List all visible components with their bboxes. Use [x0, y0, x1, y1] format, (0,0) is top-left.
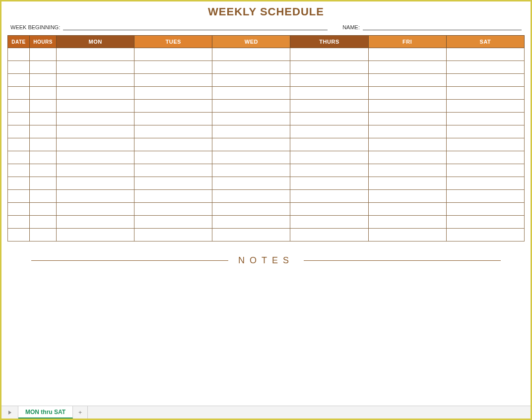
cell-date[interactable] — [8, 61, 30, 74]
cell-date[interactable] — [8, 203, 30, 216]
cell-sat[interactable] — [446, 87, 524, 100]
cell-mon[interactable] — [57, 74, 134, 87]
cell-sat[interactable] — [446, 229, 524, 241]
cell-hours[interactable] — [30, 190, 57, 203]
cell-wed[interactable] — [212, 87, 290, 100]
cell-tues[interactable] — [134, 216, 212, 229]
cell-tues[interactable] — [134, 164, 212, 177]
cell-mon[interactable] — [57, 190, 134, 203]
cell-hours[interactable] — [30, 61, 57, 74]
cell-wed[interactable] — [212, 151, 290, 164]
cell-sat[interactable] — [446, 216, 524, 229]
cell-wed[interactable] — [212, 203, 290, 216]
cell-hours[interactable] — [30, 164, 57, 177]
cell-sat[interactable] — [446, 100, 524, 113]
cell-sat[interactable] — [446, 203, 524, 216]
cell-date[interactable] — [8, 190, 30, 203]
cell-wed[interactable] — [212, 125, 290, 138]
cell-wed[interactable] — [212, 48, 290, 61]
cell-mon[interactable] — [57, 87, 134, 100]
cell-date[interactable] — [8, 87, 30, 100]
cell-tues[interactable] — [134, 48, 212, 61]
cell-mon[interactable] — [57, 164, 134, 177]
cell-hours[interactable] — [30, 138, 57, 151]
cell-wed[interactable] — [212, 61, 290, 74]
cell-mon[interactable] — [57, 138, 134, 151]
cell-wed[interactable] — [212, 113, 290, 125]
cell-tues[interactable] — [134, 125, 212, 138]
cell-date[interactable] — [8, 100, 30, 113]
cell-tues[interactable] — [134, 113, 212, 125]
cell-sat[interactable] — [446, 138, 524, 151]
cell-thurs[interactable] — [290, 216, 368, 229]
cell-thurs[interactable] — [290, 74, 368, 87]
cell-fri[interactable] — [368, 203, 446, 216]
cell-hours[interactable] — [30, 113, 57, 125]
cell-hours[interactable] — [30, 48, 57, 61]
cell-sat[interactable] — [446, 74, 524, 87]
cell-date[interactable] — [8, 216, 30, 229]
cell-mon[interactable] — [57, 48, 134, 61]
add-sheet-button[interactable]: + — [73, 406, 88, 419]
cell-tues[interactable] — [134, 177, 212, 190]
cell-date[interactable] — [8, 151, 30, 164]
cell-thurs[interactable] — [290, 87, 368, 100]
cell-thurs[interactable] — [290, 61, 368, 74]
cell-wed[interactable] — [212, 229, 290, 241]
cell-thurs[interactable] — [290, 164, 368, 177]
cell-hours[interactable] — [30, 203, 57, 216]
cell-hours[interactable] — [30, 74, 57, 87]
cell-wed[interactable] — [212, 190, 290, 203]
cell-wed[interactable] — [212, 177, 290, 190]
cell-fri[interactable] — [368, 151, 446, 164]
cell-wed[interactable] — [212, 138, 290, 151]
cell-date[interactable] — [8, 74, 30, 87]
cell-fri[interactable] — [368, 74, 446, 87]
cell-mon[interactable] — [57, 151, 134, 164]
cell-thurs[interactable] — [290, 48, 368, 61]
cell-hours[interactable] — [30, 229, 57, 241]
cell-hours[interactable] — [30, 151, 57, 164]
cell-tues[interactable] — [134, 138, 212, 151]
cell-thurs[interactable] — [290, 203, 368, 216]
cell-date[interactable] — [8, 229, 30, 241]
cell-wed[interactable] — [212, 216, 290, 229]
cell-date[interactable] — [8, 125, 30, 138]
cell-fri[interactable] — [368, 100, 446, 113]
cell-sat[interactable] — [446, 61, 524, 74]
cell-thurs[interactable] — [290, 113, 368, 125]
cell-thurs[interactable] — [290, 138, 368, 151]
cell-thurs[interactable] — [290, 177, 368, 190]
cell-tues[interactable] — [134, 87, 212, 100]
cell-thurs[interactable] — [290, 100, 368, 113]
cell-thurs[interactable] — [290, 151, 368, 164]
cell-tues[interactable] — [134, 74, 212, 87]
cell-sat[interactable] — [446, 177, 524, 190]
cell-date[interactable] — [8, 164, 30, 177]
cell-mon[interactable] — [57, 216, 134, 229]
cell-tues[interactable] — [134, 100, 212, 113]
cell-hours[interactable] — [30, 216, 57, 229]
cell-hours[interactable] — [30, 125, 57, 138]
cell-date[interactable] — [8, 48, 30, 61]
cell-sat[interactable] — [446, 151, 524, 164]
cell-mon[interactable] — [57, 61, 134, 74]
cell-date[interactable] — [8, 138, 30, 151]
cell-mon[interactable] — [57, 229, 134, 241]
cell-thurs[interactable] — [290, 229, 368, 241]
cell-fri[interactable] — [368, 61, 446, 74]
cell-tues[interactable] — [134, 229, 212, 241]
cell-mon[interactable] — [57, 100, 134, 113]
cell-mon[interactable] — [57, 113, 134, 125]
cell-hours[interactable] — [30, 87, 57, 100]
cell-sat[interactable] — [446, 48, 524, 61]
cell-hours[interactable] — [30, 177, 57, 190]
cell-sat[interactable] — [446, 113, 524, 125]
cell-wed[interactable] — [212, 164, 290, 177]
cell-fri[interactable] — [368, 177, 446, 190]
cell-hours[interactable] — [30, 100, 57, 113]
cell-mon[interactable] — [57, 203, 134, 216]
cell-fri[interactable] — [368, 216, 446, 229]
cell-fri[interactable] — [368, 229, 446, 241]
cell-wed[interactable] — [212, 74, 290, 87]
